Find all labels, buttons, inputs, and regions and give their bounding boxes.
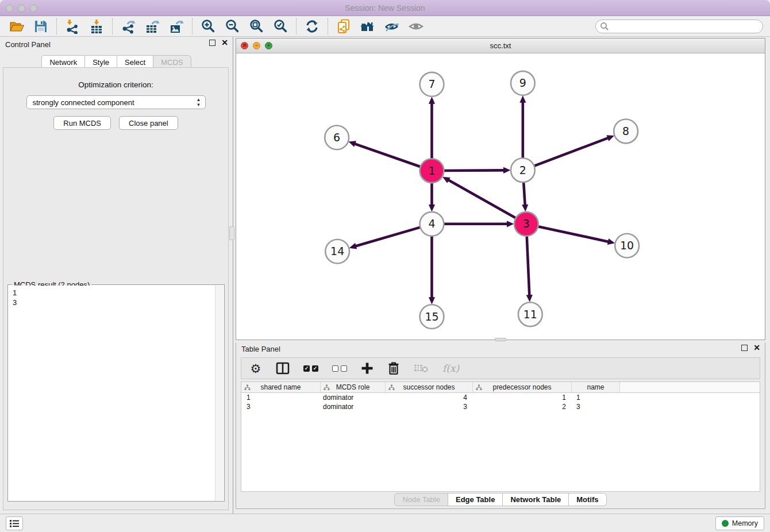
result-scrollbar[interactable] — [215, 286, 224, 500]
unselect-all-columns-icon[interactable] — [332, 361, 347, 376]
refresh-icon — [305, 19, 319, 34]
shared-column-icon — [388, 384, 395, 391]
export-table-button[interactable] — [140, 17, 164, 36]
graph-edge-3-1[interactable] — [447, 179, 515, 218]
show-all-button[interactable] — [404, 17, 428, 36]
hide-selected-button[interactable] — [380, 17, 404, 36]
status-bar: Memory — [0, 514, 770, 532]
column-header-mcds-role[interactable]: MCDS role — [321, 382, 386, 392]
graph-node-label: 7 — [428, 78, 435, 90]
tab-motifs[interactable]: Motifs — [569, 493, 606, 506]
close-panel-button[interactable]: Close panel — [119, 116, 178, 130]
toolbar-separator — [112, 18, 113, 34]
result-item[interactable]: 1 — [13, 288, 215, 298]
cell-mcds-role[interactable]: dominator — [321, 403, 386, 411]
export-network-icon — [121, 19, 136, 34]
select-all-columns-icon[interactable]: ✓ ✓ — [303, 361, 318, 376]
search-input[interactable] — [595, 20, 763, 33]
import-table-button[interactable] — [84, 17, 109, 36]
float-table-panel-icon[interactable] — [741, 345, 748, 351]
cell-shared-name[interactable]: 1 — [241, 394, 321, 402]
cell-successor-nodes[interactable]: 3 — [386, 403, 473, 411]
zoom-out-button[interactable] — [220, 17, 244, 36]
eye-icon — [408, 19, 424, 34]
cell-successor-nodes[interactable]: 4 — [386, 394, 473, 402]
cell-name[interactable]: 1 — [572, 394, 620, 402]
show-columns-icon[interactable] — [276, 361, 290, 376]
panel-splitter-handle[interactable] — [229, 226, 234, 240]
export-image-icon — [169, 19, 184, 34]
result-item[interactable]: 3 — [13, 298, 215, 307]
criterion-dropdown[interactable]: strongly connected component ▲▼ — [26, 95, 206, 109]
graph-edge-arrowhead — [429, 205, 435, 211]
zoom-out-icon — [225, 19, 240, 33]
column-label: successor nodes — [403, 383, 455, 391]
network-canvas[interactable]: 7968124314101511 — [236, 53, 765, 340]
graph-node-label: 11 — [523, 308, 537, 321]
delete-table-icon — [414, 363, 429, 373]
zoom-in-button[interactable] — [196, 17, 220, 36]
graph-edge-arrowhead — [507, 221, 514, 227]
network-window-titlebar[interactable]: ✕ − + scc.txt — [236, 38, 765, 53]
delete-column-icon[interactable] — [387, 361, 400, 376]
graph-edge-1-2[interactable] — [444, 170, 505, 171]
tab-node-table[interactable]: Node Table — [394, 493, 448, 506]
column-header-name[interactable]: name — [572, 382, 620, 392]
graph-edge-3-11[interactable] — [527, 236, 530, 297]
cell-shared-name[interactable]: 3 — [241, 403, 321, 411]
graph-node-label: 4 — [428, 217, 435, 230]
function-builder-icon-disabled: f(x) — [442, 361, 459, 376]
import-network-button[interactable] — [60, 17, 84, 36]
graph-node-label: 3 — [523, 217, 530, 230]
zoom-fit-button[interactable] — [244, 17, 268, 36]
table-settings-gear-icon[interactable]: ⚙ — [249, 361, 262, 376]
column-header-shared-name[interactable]: shared name — [241, 382, 321, 392]
import-network-icon — [65, 19, 80, 34]
export-image-button[interactable] — [164, 17, 188, 36]
control-panel-title: Control Panel — [5, 40, 51, 49]
eye-slash-icon — [384, 19, 400, 34]
open-session-button[interactable] — [5, 17, 29, 36]
zoom-selected-button[interactable] — [268, 17, 292, 36]
clone-network-button[interactable] — [332, 17, 356, 36]
task-history-button[interactable] — [6, 516, 23, 530]
network-resize-handle[interactable] — [495, 338, 506, 341]
cell-predecessor-nodes[interactable]: 1 — [473, 394, 572, 402]
cell-name[interactable]: 3 — [572, 403, 620, 411]
cell-predecessor-nodes[interactable]: 2 — [473, 403, 572, 411]
graph-edge-4-14[interactable] — [355, 228, 421, 246]
tab-network-table[interactable]: Network Table — [503, 493, 569, 506]
refresh-button[interactable] — [300, 17, 324, 36]
export-network-button[interactable] — [116, 17, 140, 36]
graph-edge-2-8[interactable] — [534, 137, 609, 165]
clone-network-icon — [336, 19, 351, 34]
graph-node-label: 14 — [330, 245, 344, 257]
create-column-icon[interactable] — [361, 361, 374, 376]
run-mcds-button[interactable]: Run MCDS — [53, 116, 111, 130]
tab-edge-table[interactable]: Edge Table — [448, 493, 503, 506]
graph-edge-2-3[interactable] — [523, 182, 525, 206]
search-field — [595, 20, 763, 33]
graph-node-label: 8 — [622, 125, 629, 137]
graph-edge-arrowhead — [519, 95, 526, 102]
float-panel-icon[interactable] — [209, 40, 215, 46]
graph-edge-arrowhead — [429, 97, 435, 103]
import-table-icon — [89, 19, 104, 34]
table-row[interactable]: 3 dominator 3 2 3 — [241, 402, 760, 411]
table-row[interactable]: 1 dominator 4 1 1 — [241, 393, 760, 402]
memory-status-dot — [722, 520, 729, 527]
column-header-successor-nodes[interactable]: successor nodes — [386, 382, 473, 392]
home-first-neighbors-button[interactable] — [356, 17, 380, 36]
graph-edge-1-6[interactable] — [353, 144, 420, 167]
graph-edge-3-10[interactable] — [538, 226, 610, 242]
memory-button[interactable]: Memory — [715, 516, 764, 530]
cell-mcds-role[interactable]: dominator — [321, 394, 386, 402]
save-session-button[interactable] — [29, 17, 53, 36]
close-table-panel-icon[interactable]: ✕ — [753, 345, 760, 351]
toolbar-separator — [192, 18, 192, 34]
column-header-predecessor-nodes[interactable]: predecessor nodes — [473, 382, 572, 392]
close-panel-icon[interactable]: ✕ — [221, 40, 228, 46]
zoom-in-icon — [201, 19, 215, 33]
unchecked-box-icon — [332, 365, 338, 372]
node-table: shared name MCDS role successor nodes — [241, 381, 760, 492]
